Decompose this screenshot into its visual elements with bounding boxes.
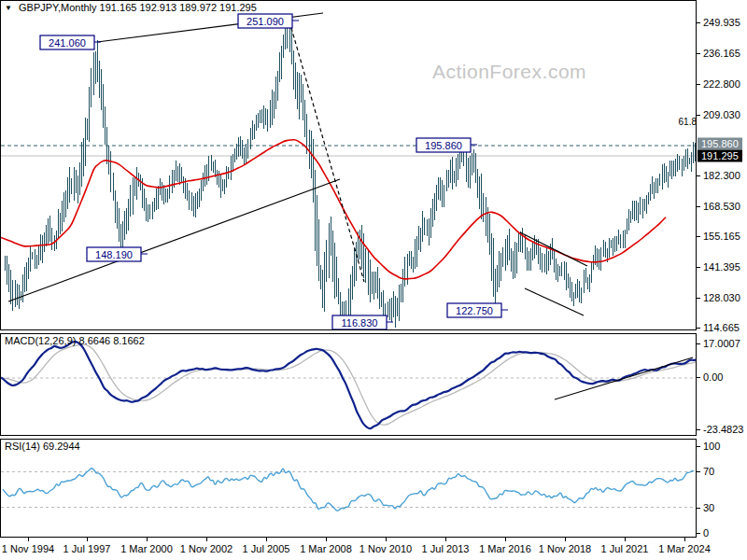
price-label: 241.060 [40, 35, 101, 49]
watermark: ActionForex.com [432, 61, 586, 83]
date-label: 1 Mar 2008 [300, 543, 352, 554]
price-label: 251.090 [238, 14, 299, 28]
axis-tick [697, 328, 700, 329]
symbol-period-label: GBPJPY,Monthly [19, 2, 97, 13]
axis-label: 182.300 [703, 170, 740, 181]
fib-61-8-label: 61.8 [663, 117, 697, 127]
axis-label: 209.030 [703, 109, 740, 120]
date-tick [625, 538, 626, 541]
chart-title-bar: ▼ GBPJPY,Monthly 191.165 192.913 189.972… [5, 2, 257, 13]
axis-label: 236.165 [703, 48, 740, 59]
rsi-panel[interactable]: RSI(14) 69.2944 [0, 439, 697, 538]
date-tick [266, 538, 267, 541]
date-tick [206, 538, 207, 541]
date-label: 1 Jul 1997 [63, 543, 111, 554]
date-tick [147, 538, 148, 541]
date-tick [28, 538, 29, 541]
axis-label: 0 [703, 527, 709, 539]
macd-indicator-label: MACD(12,26,9) 8.6646 8.1662 [5, 335, 145, 346]
axis-tick [697, 267, 700, 268]
price-chart-canvas[interactable]: 241.060251.090148.190195.860116.830122.7… [1, 1, 696, 329]
axis-tick [697, 53, 700, 54]
axis-label: 70 [703, 466, 714, 477]
current-price-axis-label: 191.295 [698, 150, 742, 162]
date-tick [445, 538, 446, 541]
macd-canvas[interactable] [1, 334, 696, 435]
axis-label: 168.530 [703, 201, 740, 212]
svg-text:241.060: 241.060 [49, 37, 86, 49]
date-tick [684, 538, 685, 541]
date-tick [326, 538, 327, 541]
rsi-indicator-label: RSI(14) 69.2944 [5, 441, 80, 452]
macd-panel[interactable]: MACD(12,26,9) 8.6646 8.1662 [0, 333, 697, 436]
axis-label: 114.665 [703, 322, 740, 333]
axis-label: -23.4823 [703, 424, 743, 435]
axis-tick [697, 429, 700, 430]
symbol-dropdown-icon[interactable]: ▼ [5, 4, 12, 12]
date-label: 1 Nov 2018 [539, 543, 591, 554]
date-tick [87, 538, 88, 541]
price-label: 116.830 [332, 315, 393, 329]
axis-tick [697, 175, 700, 176]
axis-label: 155.165 [703, 231, 740, 242]
price-label: 122.750 [447, 303, 508, 317]
axis-label: 100 [703, 441, 720, 452]
axis-label: 141.395 [703, 261, 740, 273]
rsi-canvas[interactable] [1, 440, 696, 537]
date-label: 1 Nov 2010 [359, 543, 412, 554]
date-label: 1 Jul 2013 [422, 543, 470, 554]
axis-label: 30 [703, 502, 714, 513]
chart-window: 241.060251.090148.190195.860116.830122.7… [0, 0, 747, 560]
axis-tick [697, 115, 700, 116]
axis-tick [697, 22, 700, 23]
axis-label: 249.935 [703, 17, 740, 28]
svg-text:148.190: 148.190 [95, 249, 133, 260]
svg-text:195.860: 195.860 [425, 140, 462, 151]
ohlc-values: 191.165 192.913 189.972 191.295 [100, 2, 257, 13]
date-label: 1 Nov 2002 [180, 543, 233, 554]
axis-tick [697, 84, 700, 85]
axis-tick [697, 446, 700, 447]
axis-tick [697, 508, 700, 509]
svg-text:251.090: 251.090 [247, 16, 284, 27]
axis-tick [697, 377, 700, 378]
date-label: 1 Mar 2000 [120, 543, 173, 554]
date-tick [505, 538, 506, 541]
axis-tick [697, 471, 700, 472]
date-label: 1 Nov 1994 [2, 543, 54, 554]
axis-label: 17.0007 [703, 338, 740, 349]
axis-label: 0.00 [703, 371, 723, 383]
level-price-axis-label: 195.860 [698, 138, 742, 150]
price-label: 148.190 [87, 247, 148, 261]
axis-tick [697, 533, 700, 534]
svg-text:122.750: 122.750 [456, 305, 493, 316]
axis-label: 128.030 [703, 292, 740, 303]
axis-label: 222.800 [703, 78, 740, 90]
date-label: 1 Mar 2024 [658, 543, 711, 554]
date-label: 1 Mar 2016 [479, 543, 531, 554]
price-label: 195.860 [416, 138, 477, 152]
date-tick [386, 538, 387, 541]
axis-tick [697, 236, 700, 237]
axis-tick [697, 298, 700, 299]
date-label: 1 Jul 2021 [601, 543, 649, 554]
date-label: 1 Jul 2005 [243, 543, 290, 554]
main-price-panel[interactable]: 241.060251.090148.190195.860116.830122.7… [0, 0, 697, 330]
date-tick [565, 538, 566, 541]
axis-tick [697, 206, 700, 207]
svg-text:116.830: 116.830 [342, 317, 378, 329]
axis-tick [697, 343, 700, 344]
